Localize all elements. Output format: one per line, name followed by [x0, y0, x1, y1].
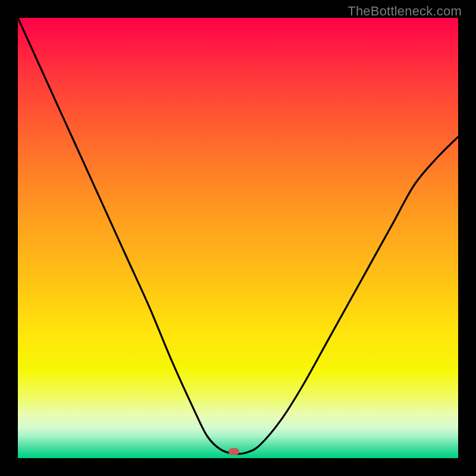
plot-area — [18, 18, 458, 458]
curve-path — [18, 18, 458, 454]
watermark-text: TheBottleneck.com — [347, 4, 462, 19]
optimum-marker — [228, 448, 239, 455]
bottleneck-curve — [18, 18, 458, 458]
chart-frame: TheBottleneck.com — [0, 0, 476, 476]
